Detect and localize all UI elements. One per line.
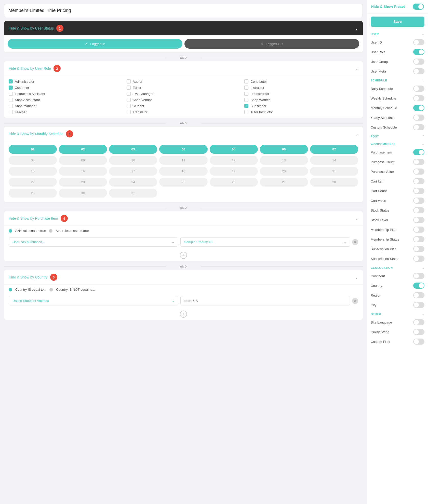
calendar-day[interactable]: 10 [109,156,157,165]
product-dropdown[interactable]: Sample Product #3 ⌄ [180,237,350,247]
role-item[interactable]: ✓Subscriber [244,104,358,108]
role-checkbox[interactable] [127,86,131,90]
sidebar-item-toggle[interactable] [413,207,424,213]
sidebar-item-toggle[interactable] [413,283,424,289]
sidebar-item-toggle[interactable] [413,246,424,252]
calendar-day[interactable]: 22 [9,178,57,187]
role-item[interactable]: LP Instructor [244,92,358,96]
role-checkbox[interactable] [9,110,13,114]
calendar-day[interactable]: 03 [109,145,157,154]
role-checkbox[interactable]: ✓ [244,104,248,108]
user-role-header[interactable]: Hide & Show by User Role 2 ⌄ [4,61,363,76]
calendar-day[interactable]: 11 [159,156,207,165]
sidebar-item-toggle[interactable] [413,188,424,194]
role-item[interactable]: Contributor [244,79,358,83]
role-checkbox[interactable] [9,104,13,108]
role-checkbox[interactable] [127,110,131,114]
country-code-input[interactable]: code: US [180,296,350,305]
role-checkbox[interactable] [127,104,131,108]
sidebar-item-toggle[interactable] [413,105,424,111]
add-country-circle-icon[interactable]: + [180,311,187,318]
calendar-day[interactable]: 02 [59,145,107,154]
calendar-day[interactable]: 06 [260,145,308,154]
sidebar-item-toggle[interactable] [413,339,424,345]
remove-country-rule-btn[interactable]: ✕ [352,298,358,304]
calendar-day[interactable]: 31 [109,189,157,198]
calendar-day[interactable]: 18 [159,167,207,176]
calendar-day[interactable]: 27 [260,178,308,187]
role-item[interactable]: Shop Accountant [9,98,123,102]
sidebar-item-toggle[interactable] [413,217,424,223]
calendar-day[interactable]: 09 [59,156,107,165]
sidebar-item-toggle[interactable] [413,236,424,242]
logged-out-btn[interactable]: ✕ Logged-Out [184,39,359,49]
other-section-header[interactable]: OTHER ⌄ [367,310,428,317]
role-item[interactable]: ✓Customer [9,86,123,90]
sidebar-item-toggle[interactable] [413,198,424,204]
schedule-section-header[interactable]: SCHEDULE ⌄ [367,76,428,84]
role-item[interactable]: Translator [127,110,240,114]
role-item[interactable]: Shop manager [9,104,123,108]
sidebar-item-toggle[interactable] [413,273,424,279]
role-checkbox[interactable] [9,98,13,102]
sidebar-item-toggle[interactable] [413,227,424,233]
sidebar-item-toggle[interactable] [413,124,424,130]
role-checkbox[interactable]: ✓ [9,79,13,83]
calendar-day[interactable]: 28 [310,178,358,187]
role-checkbox[interactable] [9,92,13,96]
page-title-input[interactable] [4,4,363,17]
user-status-header[interactable]: Hide & Show by User Status 1 ⌄ [4,21,363,35]
sidebar-item-toggle[interactable] [413,115,424,121]
country-dropdown[interactable]: United States of America ⌄ [9,296,178,305]
calendar-day[interactable]: 01 [9,145,57,154]
role-checkbox[interactable] [244,110,248,114]
user-section-header[interactable]: USER ⌄ [367,30,428,37]
role-item[interactable]: Shop Vendor [127,98,240,102]
calendar-day[interactable]: 17 [109,167,157,176]
calendar-day[interactable]: 13 [260,156,308,165]
role-item[interactable]: Instructor's Assistant [9,92,123,96]
calendar-day[interactable]: 20 [260,167,308,176]
role-item[interactable]: ✓Administrator [9,79,123,83]
add-purchase-rule-btn[interactable]: + [4,250,363,261]
geolocation-section-header[interactable]: GEOLOCATION ⌄ [367,263,428,271]
sidebar-item-toggle[interactable] [413,329,424,335]
calendar-day[interactable]: 05 [210,145,258,154]
role-checkbox[interactable] [244,92,248,96]
add-circle-icon[interactable]: + [180,252,187,259]
sidebar-item-toggle[interactable] [413,159,424,165]
role-item[interactable]: Shop Worker [244,98,358,102]
sidebar-item-toggle[interactable] [413,68,424,74]
calendar-day[interactable]: 07 [310,145,358,154]
remove-purchase-rule-btn[interactable]: ✕ [352,239,358,245]
role-item[interactable]: Editor [127,86,240,90]
woocommerce-section-header[interactable]: WOOCOMMERCE ⌄ [367,140,428,147]
post-section-header[interactable]: POST ⌃ [367,132,428,140]
sidebar-item-toggle[interactable] [413,292,424,298]
calendar-day[interactable]: 29 [9,189,57,198]
monthly-schedule-header[interactable]: Hide & Show by Monthly Schedule 3 ⌄ [4,127,363,141]
calendar-day[interactable]: 04 [159,145,207,154]
calendar-day[interactable]: 21 [310,167,358,176]
role-item[interactable]: Instructor [244,86,358,90]
add-country-rule-btn[interactable]: + [4,309,363,320]
role-checkbox[interactable] [244,79,248,83]
save-button[interactable]: Save [371,17,424,27]
sidebar-item-toggle[interactable] [413,59,424,65]
role-checkbox[interactable] [127,79,131,83]
calendar-day[interactable]: 14 [310,156,358,165]
role-checkbox[interactable] [127,92,131,96]
sidebar-item-toggle[interactable] [413,319,424,325]
calendar-day[interactable]: 08 [9,156,57,165]
calendar-day[interactable]: 24 [109,178,157,187]
role-item[interactable]: Author [127,79,240,83]
role-checkbox[interactable] [127,98,131,102]
calendar-day[interactable]: 25 [159,178,207,187]
sidebar-item-toggle[interactable] [413,169,424,175]
sidebar-item-toggle[interactable] [413,178,424,184]
role-item[interactable]: Tutor Instructor [244,110,358,114]
calendar-day[interactable]: 16 [59,167,107,176]
calendar-day[interactable]: 19 [210,167,258,176]
role-item[interactable]: LMS Manager [127,92,240,96]
sidebar-item-toggle[interactable] [413,39,424,45]
